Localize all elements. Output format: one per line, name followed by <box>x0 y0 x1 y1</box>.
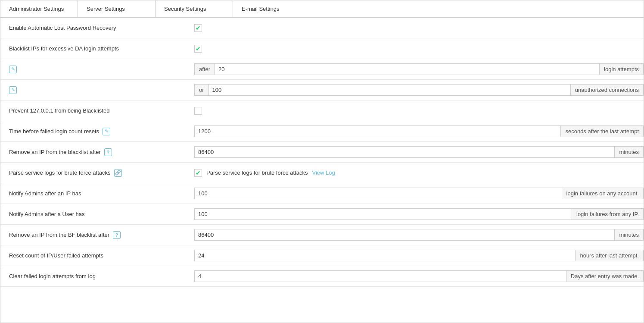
brute-force-control: ✔ Parse service logs for brute force att… <box>194 169 335 177</box>
label-auto-lost-pwd: Enable Automatic Lost Password Recovery <box>0 22 194 34</box>
tab-admin[interactable]: Administrator Settings <box>0 0 78 17</box>
row-blacklist-ips: Blacklist IPs for excessive DA login att… <box>0 38 644 59</box>
input-group-login-attempts: after login attempts <box>194 63 644 75</box>
row-parse-logs: Parse service logs for brute force attac… <box>0 163 644 183</box>
input-group-remove-bf: minutes <box>194 229 644 241</box>
tab-security[interactable]: Security Settings <box>156 0 233 17</box>
input-unauthorized[interactable] <box>208 84 571 96</box>
settings-page: Administrator Settings Server Settings S… <box>0 0 644 323</box>
label-parse-logs: Parse service logs for brute force attac… <box>0 166 194 179</box>
row-reset-count: Reset count of IP/User failed attempts h… <box>0 245 644 266</box>
input-notify-ip[interactable] <box>194 188 562 199</box>
label-clear-failed: Clear failed login attempts from log <box>0 270 194 282</box>
control-auto-lost-pwd: ✔ <box>194 22 644 34</box>
control-reset-count: hours after last attempt. <box>194 248 644 263</box>
control-notify-user: login failures from any IP. <box>194 207 644 222</box>
tab-bar: Administrator Settings Server Settings S… <box>0 0 644 18</box>
text-parse-logs: Parse service logs for brute force attac… <box>9 169 111 176</box>
parse-logs-checkbox-label: Parse service logs for brute force attac… <box>206 169 308 176</box>
input-notify-user[interactable] <box>194 208 572 220</box>
label-time-reset: Time before failed login count resets ✎ <box>0 125 194 138</box>
prefix-unauthorized: or <box>194 84 208 96</box>
control-remove-bf-blacklist: minutes <box>194 227 644 242</box>
row-remove-ip-blacklist: Remove an IP from the blacklist after ? … <box>0 142 644 163</box>
tab-email[interactable]: E-mail Settings <box>233 0 311 17</box>
label-notify-ip: Notify Admins after an IP has <box>0 188 194 199</box>
label-remove-ip-blacklist: Remove an IP from the blacklist after ? <box>0 146 194 159</box>
control-notify-ip: login failures on any account. <box>194 186 644 201</box>
control-clear-failed: Days after entry was made. <box>194 269 644 284</box>
checkmark-auto-lost-pwd: ✔ <box>196 25 201 31</box>
row-prevent-localhost: Prevent 127.0.0.1 from being Blacklisted <box>0 100 644 121</box>
suffix-notify-ip: login failures on any account. <box>562 188 644 199</box>
suffix-remove-bf: minutes <box>615 229 644 241</box>
control-parse-logs: ✔ Parse service logs for brute force att… <box>194 167 644 179</box>
input-group-notify-user: login failures from any IP. <box>194 208 644 220</box>
input-reset-count[interactable] <box>194 250 576 261</box>
row-clear-failed: Clear failed login attempts from log Day… <box>0 266 644 287</box>
checkmark-parse-logs: ✔ <box>196 169 201 176</box>
input-remove-ip-blacklist[interactable] <box>194 146 615 158</box>
control-unauthorized-connections: or unauthorized connections <box>194 82 644 97</box>
text-time-reset: Time before failed login count resets <box>9 128 99 135</box>
checkbox-blacklist-ips[interactable]: ✔ <box>194 45 202 53</box>
input-time-reset[interactable] <box>194 125 561 137</box>
label-blacklist-ips: Blacklist IPs for excessive DA login att… <box>0 43 194 54</box>
control-time-reset: seconds after the last attempt <box>194 124 644 139</box>
settings-content: Enable Automatic Lost Password Recovery … <box>0 18 644 287</box>
suffix-notify-user: login failures from any IP. <box>572 208 644 220</box>
edit-icon-unauthorized[interactable]: ✎ <box>9 86 17 94</box>
row-remove-bf-blacklist: Remove an IP from the BF blacklist after… <box>0 225 644 245</box>
input-group-remove-ip: minutes <box>194 146 644 158</box>
label-remove-bf-blacklist: Remove an IP from the BF blacklist after… <box>0 229 194 241</box>
suffix-time-reset: seconds after the last attempt <box>561 125 644 137</box>
checkbox-prevent-localhost[interactable] <box>194 107 202 115</box>
row-auto-lost-pwd: Enable Automatic Lost Password Recovery … <box>0 18 644 38</box>
row-unauthorized-connections: ✎ or unauthorized connections <box>0 80 644 100</box>
control-blacklist-ips: ✔ <box>194 43 644 54</box>
edit-icon-time-reset[interactable]: ✎ <box>103 128 110 135</box>
label-login-attempts: ✎ <box>0 63 194 76</box>
control-prevent-localhost <box>194 105 644 116</box>
control-remove-ip-blacklist: minutes <box>194 144 644 160</box>
help-icon-remove-bf[interactable]: ? <box>113 231 121 239</box>
row-notify-ip: Notify Admins after an IP has login fail… <box>0 183 644 204</box>
label-prevent-localhost: Prevent 127.0.0.1 from being Blacklisted <box>0 105 194 116</box>
input-login-attempts[interactable] <box>215 63 600 75</box>
row-login-attempts: ✎ after login attempts <box>0 59 644 80</box>
help-icon-remove-ip[interactable]: ? <box>104 148 112 156</box>
control-login-attempts: after login attempts <box>194 62 644 77</box>
tab-server[interactable]: Server Settings <box>78 0 156 17</box>
checkbox-parse-logs[interactable]: ✔ <box>194 169 202 177</box>
input-group-time-reset: seconds after the last attempt <box>194 125 644 137</box>
view-log-link[interactable]: View Log <box>312 169 335 176</box>
checkmark-blacklist-ips: ✔ <box>196 45 201 52</box>
input-clear-failed[interactable] <box>194 270 566 282</box>
input-group-notify-ip: login failures on any account. <box>194 188 644 199</box>
suffix-unauthorized: unauthorized connections <box>571 84 644 96</box>
suffix-login-attempts: login attempts <box>600 63 644 75</box>
label-unauthorized-connections: ✎ <box>0 84 194 97</box>
edit-icon-login-attempts[interactable]: ✎ <box>9 66 17 73</box>
suffix-clear-failed: Days after entry was made. <box>566 270 644 282</box>
label-reset-count: Reset count of IP/User failed attempts <box>0 250 194 261</box>
text-remove-ip-blacklist: Remove an IP from the blacklist after <box>9 149 101 155</box>
input-remove-bf[interactable] <box>194 229 615 241</box>
text-remove-bf-blacklist: Remove an IP from the BF blacklist after <box>9 232 109 238</box>
suffix-remove-ip: minutes <box>615 146 644 158</box>
input-group-clear-failed: Days after entry was made. <box>194 270 644 282</box>
row-time-reset: Time before failed login count resets ✎ … <box>0 121 644 142</box>
link-icon-parse-logs[interactable]: 🔗 <box>114 169 122 177</box>
suffix-reset-count: hours after last attempt. <box>576 250 644 261</box>
checkbox-auto-lost-pwd[interactable]: ✔ <box>194 24 202 32</box>
row-notify-user: Notify Admins after a User has login fai… <box>0 204 644 225</box>
prefix-login-attempts: after <box>194 63 215 75</box>
label-notify-user: Notify Admins after a User has <box>0 208 194 220</box>
input-group-unauthorized: or unauthorized connections <box>194 84 644 96</box>
input-group-reset-count: hours after last attempt. <box>194 250 644 261</box>
